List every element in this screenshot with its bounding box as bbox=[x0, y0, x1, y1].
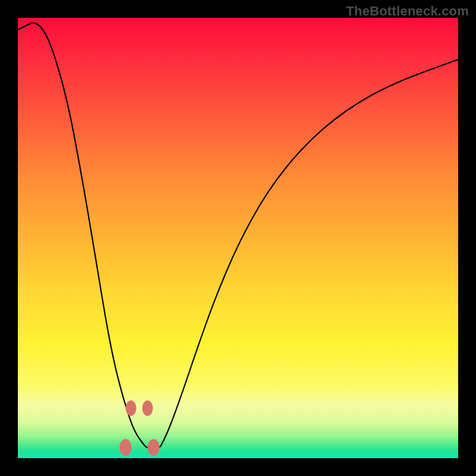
data-marker bbox=[126, 400, 136, 416]
marker-group bbox=[120, 400, 159, 456]
watermark-text: TheBottleneck.com bbox=[346, 4, 469, 19]
chart-stage: TheBottleneck.com bbox=[0, 0, 476, 476]
data-marker bbox=[142, 400, 153, 416]
curve-svg bbox=[18, 18, 458, 458]
curve-left-branch bbox=[18, 23, 145, 446]
data-marker bbox=[120, 439, 131, 456]
curve-right-branch bbox=[161, 60, 458, 446]
plot-area bbox=[18, 18, 458, 458]
data-marker bbox=[148, 439, 159, 456]
